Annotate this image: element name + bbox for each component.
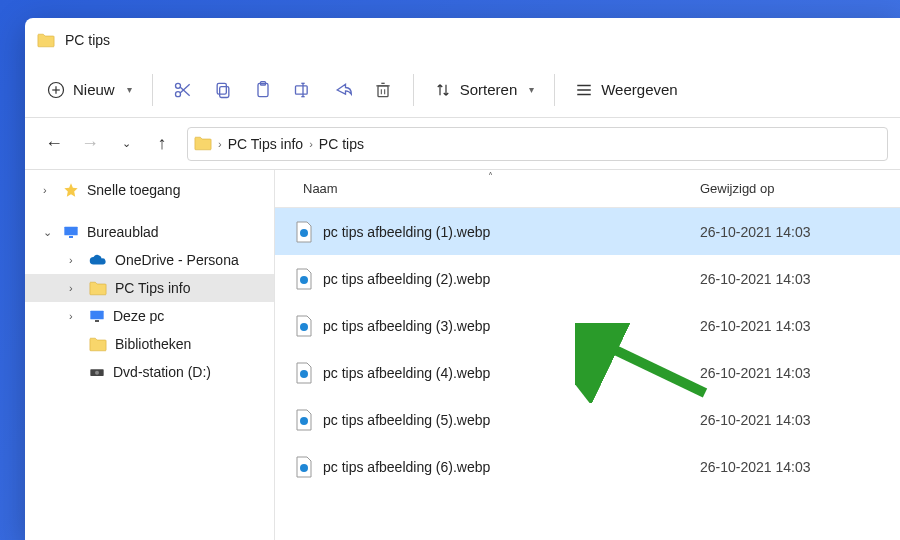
- file-date: 26-10-2021 14:03: [700, 318, 900, 334]
- rename-icon: [293, 80, 313, 100]
- sort-asc-icon: ˄: [488, 171, 493, 182]
- desktop-icon: [63, 225, 79, 239]
- column-name[interactable]: ˄ Naam: [275, 181, 700, 196]
- chevron-right-icon: ›: [69, 310, 81, 322]
- sort-label: Sorteren: [460, 81, 518, 98]
- rename-button[interactable]: [283, 70, 323, 110]
- plus-circle-icon: [47, 81, 65, 99]
- window-title: PC tips: [65, 32, 110, 48]
- share-button[interactable]: [323, 70, 363, 110]
- sort-button[interactable]: Sorteren ▾: [424, 75, 545, 105]
- chevron-right-icon: ›: [309, 138, 313, 150]
- star-icon: [63, 182, 79, 198]
- sort-icon: [434, 81, 452, 99]
- sidebar-item-thispc[interactable]: › Deze pc: [25, 302, 274, 330]
- toolbar: Nieuw ▾ Sorteren ▾ W: [25, 62, 900, 118]
- breadcrumb-segment[interactable]: PC Tips info: [228, 136, 303, 152]
- trash-icon: [373, 80, 393, 100]
- recent-button[interactable]: ⌄: [109, 127, 143, 161]
- content: › Snelle toegang ⌄ Bureaublad › OneDrive…: [25, 170, 900, 540]
- breadcrumb-segment[interactable]: PC tips: [319, 136, 364, 152]
- sidebar-item-dvd[interactable]: › Dvd-station (D:): [25, 358, 274, 386]
- file-row[interactable]: pc tips afbeelding (1).webp 26-10-2021 1…: [275, 208, 900, 255]
- svg-rect-8: [217, 83, 226, 94]
- svg-point-32: [300, 370, 308, 378]
- address-bar[interactable]: › PC Tips info › PC tips: [187, 127, 888, 161]
- file-name: pc tips afbeelding (6).webp: [323, 459, 490, 475]
- monitor-icon: [89, 309, 105, 323]
- file-date: 26-10-2021 14:03: [700, 412, 900, 428]
- cloud-icon: [89, 254, 107, 266]
- view-button[interactable]: Weergeven: [565, 75, 687, 105]
- webp-file-icon: [295, 456, 313, 478]
- svg-point-34: [300, 464, 308, 472]
- sidebar-item-libraries[interactable]: › Bibliotheken: [25, 330, 274, 358]
- svg-point-29: [300, 229, 308, 237]
- back-button[interactable]: ←: [37, 127, 71, 161]
- delete-button[interactable]: [363, 70, 403, 110]
- chevron-right-icon: ›: [218, 138, 222, 150]
- folder-icon: [194, 136, 212, 151]
- forward-button[interactable]: →: [73, 127, 107, 161]
- cut-button[interactable]: [163, 70, 203, 110]
- webp-file-icon: [295, 315, 313, 337]
- file-name: pc tips afbeelding (2).webp: [323, 271, 490, 287]
- sidebar-label: Bureaublad: [87, 224, 159, 240]
- sidebar-label: Deze pc: [113, 308, 164, 324]
- file-row[interactable]: pc tips afbeelding (6).webp 26-10-2021 1…: [275, 443, 900, 490]
- svg-point-31: [300, 323, 308, 331]
- chevron-right-icon: ›: [69, 282, 81, 294]
- file-row[interactable]: pc tips afbeelding (2).webp 26-10-2021 1…: [275, 255, 900, 302]
- new-label: Nieuw: [73, 81, 115, 98]
- share-icon: [333, 80, 353, 100]
- webp-file-icon: [295, 409, 313, 431]
- svg-rect-24: [69, 236, 73, 238]
- file-explorer-window: PC tips Nieuw ▾ Sorteren: [25, 18, 900, 540]
- svg-point-28: [95, 371, 99, 375]
- sidebar-label: Snelle toegang: [87, 182, 180, 198]
- chevron-right-icon: ›: [43, 184, 55, 196]
- file-name: pc tips afbeelding (1).webp: [323, 224, 490, 240]
- svg-rect-25: [90, 311, 103, 320]
- svg-rect-7: [219, 86, 228, 97]
- sidebar-item-onedrive[interactable]: › OneDrive - Persona: [25, 246, 274, 274]
- file-row[interactable]: pc tips afbeelding (5).webp 26-10-2021 1…: [275, 396, 900, 443]
- file-list-pane: ˄ Naam Gewijzigd op pc tips afbeelding (…: [275, 170, 900, 540]
- file-row[interactable]: pc tips afbeelding (3).webp 26-10-2021 1…: [275, 302, 900, 349]
- separator: [413, 74, 414, 106]
- svg-rect-15: [378, 85, 388, 96]
- svg-rect-11: [295, 85, 307, 93]
- sidebar-item-quick-access[interactable]: › Snelle toegang: [25, 176, 274, 204]
- sidebar-item-pctips[interactable]: › PC Tips info: [25, 274, 274, 302]
- file-date: 26-10-2021 14:03: [700, 459, 900, 475]
- copy-icon: [213, 80, 233, 100]
- up-button[interactable]: ↑: [145, 127, 179, 161]
- navigation-row: ← → ⌄ ↑ › PC Tips info › PC tips: [25, 118, 900, 170]
- disc-drive-icon: [89, 365, 105, 379]
- file-name: pc tips afbeelding (4).webp: [323, 365, 490, 381]
- column-modified[interactable]: Gewijzigd op: [700, 181, 900, 196]
- copy-button[interactable]: [203, 70, 243, 110]
- libraries-icon: [89, 337, 107, 352]
- webp-file-icon: [295, 268, 313, 290]
- paste-button[interactable]: [243, 70, 283, 110]
- sidebar-label: PC Tips info: [115, 280, 190, 296]
- clipboard-icon: [253, 80, 273, 100]
- file-row[interactable]: pc tips afbeelding (4).webp 26-10-2021 1…: [275, 349, 900, 396]
- separator: [152, 74, 153, 106]
- chevron-right-icon: ›: [69, 254, 81, 266]
- column-headers: ˄ Naam Gewijzigd op: [275, 170, 900, 208]
- svg-point-33: [300, 417, 308, 425]
- webp-file-icon: [295, 362, 313, 384]
- sidebar-label: OneDrive - Persona: [115, 252, 239, 268]
- nav-arrows: ← → ⌄ ↑: [37, 127, 179, 161]
- webp-file-icon: [295, 221, 313, 243]
- separator: [554, 74, 555, 106]
- sidebar-item-desktop[interactable]: ⌄ Bureaublad: [25, 218, 274, 246]
- file-date: 26-10-2021 14:03: [700, 365, 900, 381]
- chevron-down-icon: ⌄: [43, 226, 55, 239]
- new-button[interactable]: Nieuw ▾: [37, 75, 142, 105]
- file-list: pc tips afbeelding (1).webp 26-10-2021 1…: [275, 208, 900, 540]
- scissors-icon: [173, 80, 193, 100]
- sidebar: › Snelle toegang ⌄ Bureaublad › OneDrive…: [25, 170, 275, 540]
